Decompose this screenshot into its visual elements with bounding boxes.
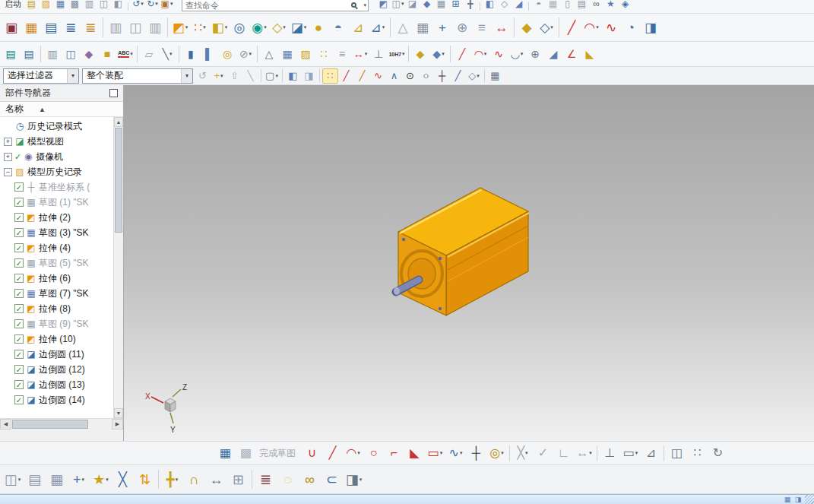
cylinder-icon[interactable]: ● <box>309 17 328 37</box>
polyline-icon[interactable]: ∿ <box>489 45 508 63</box>
new-component-icon[interactable]: ★ <box>90 468 112 491</box>
chevron-down-icon[interactable] <box>141 1 144 7</box>
feature-list-icon[interactable]: ≡ <box>472 17 492 37</box>
scroll-right-arrow[interactable]: ▶ <box>112 419 123 430</box>
help-icon[interactable]: ◈ <box>618 0 632 11</box>
snap-arc-center-icon[interactable]: ⊙ <box>402 68 418 84</box>
cubes-gold-icon[interactable]: ◆ <box>411 45 429 63</box>
horizontal-scrollbar[interactable]: ◀ ▶ <box>0 418 123 430</box>
feature-checkbox[interactable] <box>14 258 24 268</box>
unite-icon[interactable]: ◧ <box>210 17 230 37</box>
chevron-down-icon[interactable] <box>106 477 109 483</box>
chevron-down-icon[interactable] <box>304 24 307 30</box>
tree-item-sketch-5[interactable]: ▦草图 (5) "SK <box>2 255 113 271</box>
chevron-down-icon[interactable] <box>357 450 360 456</box>
layout-icon[interactable]: ▦ <box>434 0 448 11</box>
orient-view-icon[interactable]: ◢ <box>512 0 526 11</box>
open-icon[interactable]: ▨ <box>39 0 53 11</box>
tree-item-model-views[interactable]: +◪模型视图 <box>2 134 113 149</box>
studio-spline-icon[interactable]: ∿ <box>445 443 466 463</box>
solids-gold-icon[interactable]: ◆ <box>517 17 537 37</box>
suppress-icon[interactable]: ⊘ <box>236 45 255 63</box>
snap-on-face-icon[interactable]: ◇ <box>466 68 482 84</box>
shaded-cube-icon[interactable]: ◧ <box>285 68 301 84</box>
swoosh-icon[interactable]: ◢ <box>544 45 562 63</box>
block-icon[interactable]: ◪ <box>289 17 309 37</box>
visualization-icon[interactable]: ∞ <box>589 0 603 11</box>
assembly-cabinet-icon[interactable]: ▦ <box>21 17 41 37</box>
search-icon[interactable] <box>351 2 356 8</box>
dimension-red-icon[interactable]: ↔ <box>351 45 369 63</box>
fillet-icon[interactable]: ⌐ <box>384 443 404 463</box>
move-component-icon[interactable]: ╋ <box>161 468 183 491</box>
pan-icon[interactable]: ╋ <box>463 0 477 11</box>
feature-checkbox[interactable] <box>14 319 24 328</box>
select-up-icon[interactable]: ⇧ <box>226 68 242 84</box>
tree-item-datum-csys[interactable]: ┼基准坐标系 ( <box>2 179 113 195</box>
chevron-down-icon[interactable] <box>596 24 599 30</box>
make-corner-icon[interactable]: ∟ <box>553 443 574 463</box>
snap-endpoint-icon[interactable]: ╱ <box>338 68 354 84</box>
arc-red-icon[interactable]: ◠ <box>581 17 601 37</box>
start-menu-button[interactable]: 启动 <box>2 0 24 10</box>
gold-box-icon[interactable]: ■ <box>98 45 116 63</box>
angle-red-icon[interactable]: ∠ <box>562 45 581 63</box>
chevron-down-icon[interactable] <box>82 477 85 483</box>
wave-geometry-icon[interactable]: ◫ <box>62 45 80 63</box>
annotation-doc-icon[interactable]: ▥ <box>43 45 62 63</box>
tree-item-edge-blend-13[interactable]: ◪边倒圆 (13) <box>2 377 113 392</box>
feature-checkbox[interactable] <box>14 243 24 252</box>
chevron-down-icon[interactable] <box>249 51 252 57</box>
graphics-window[interactable]: X Z Y <box>124 85 814 441</box>
feature-checkbox[interactable] <box>14 334 24 344</box>
snap-control-point-icon[interactable]: ∧ <box>386 68 402 84</box>
add-to-selection-icon[interactable]: + <box>211 68 226 84</box>
line-red-icon[interactable]: ╱ <box>562 17 581 37</box>
remember-constraints-icon[interactable]: ≣ <box>255 468 277 491</box>
add-component-icon[interactable]: + <box>68 468 90 491</box>
table-grid-icon[interactable]: ▦ <box>278 45 296 63</box>
chevron-down-icon[interactable] <box>402 51 405 57</box>
chevron-down-icon[interactable] <box>382 24 385 30</box>
show-product-outline-icon[interactable]: ◨ <box>343 468 365 491</box>
washer-icon[interactable]: ◎ <box>218 45 236 63</box>
corner-gold-icon[interactable]: ◣ <box>581 45 599 63</box>
chevron-down-icon[interactable] <box>169 51 173 57</box>
grid-icon[interactable]: ▦ <box>487 68 503 84</box>
chevron-down-icon[interactable] <box>484 51 487 57</box>
pattern-feature-icon[interactable]: ∷ <box>190 17 210 37</box>
chevron-down-icon[interactable] <box>401 1 404 7</box>
offset-loop-icon[interactable]: ◔ <box>621 17 641 37</box>
view-cube-icon[interactable]: ◆ <box>420 0 434 11</box>
chevron-down-icon[interactable] <box>170 1 173 7</box>
feature-checkbox[interactable] <box>14 365 24 374</box>
feature-checkbox[interactable] <box>14 182 24 192</box>
chevron-down-icon[interactable] <box>521 51 524 57</box>
chevron-down-icon[interactable] <box>550 24 553 30</box>
emboss-icon[interactable]: ⊕ <box>452 17 472 37</box>
style-pen-icon[interactable]: ╲ <box>158 45 176 63</box>
chevron-down-icon[interactable] <box>460 450 463 456</box>
feature-checkbox[interactable] <box>14 274 24 283</box>
fit-view-icon[interactable]: ⊞ <box>448 0 463 11</box>
chevron-down-icon[interactable] <box>155 1 158 7</box>
line-icon[interactable]: ╱ <box>322 443 343 463</box>
tree-item-extrude-10[interactable]: ◩拉伸 (10) <box>2 331 113 347</box>
snap-existing-point-icon[interactable]: ┼ <box>434 68 450 84</box>
tree-item-model-history[interactable]: −▨模型历史记录 <box>2 164 113 179</box>
snap-spline-icon[interactable]: ∿ <box>370 68 386 84</box>
surface-blue-icon[interactable]: ◨ <box>641 17 660 37</box>
translucent-cube-icon[interactable]: ◨ <box>301 68 317 84</box>
offset-curve-icon[interactable]: ◎ <box>486 443 507 463</box>
wave-geometry-linker-icon[interactable]: ∞ <box>299 468 321 491</box>
refresh-selection-icon[interactable]: ↺ <box>195 68 211 84</box>
mirror-assembly-icon[interactable]: ⇅ <box>134 468 156 491</box>
pane-toggle-icon[interactable]: ◨ <box>793 496 803 504</box>
wireframe-view-icon[interactable]: ◇ <box>497 0 512 11</box>
tree-item-edge-blend-12[interactable]: ◪边倒圆 (12) <box>2 362 113 377</box>
snap-enable-icon[interactable]: ∷ <box>322 68 338 84</box>
boss-icon[interactable]: + <box>432 17 452 37</box>
circle-icon[interactable]: ○ <box>363 443 384 463</box>
notes-icon[interactable]: ▤ <box>575 0 589 11</box>
preferences-icon[interactable]: ★ <box>603 0 618 11</box>
